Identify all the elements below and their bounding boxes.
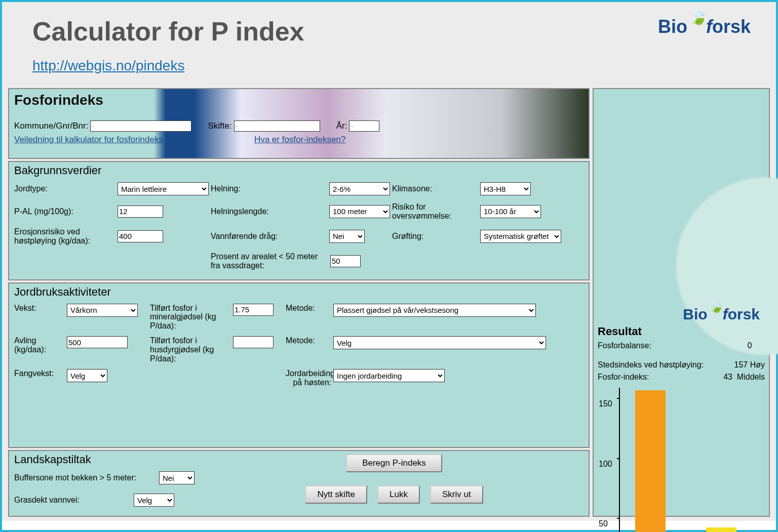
grofting-label: Grøfting: [392,232,478,241]
chart-canvas: 050100150 [619,388,765,532]
chart-bar [635,390,666,532]
stedsindeks-label: Stedsindeks ved høstpløying: [598,360,704,370]
bakgrunn-title: Bakgrunnsverdier [14,164,584,177]
vannforende-label: Vannførende dråg: [211,232,327,241]
fosforbalanse-label: Fosforbalanse: [598,341,651,350]
guide-link[interactable]: Veiledning til kalkulator for fosforinde… [14,135,163,145]
page-title: Calculator for P index [32,16,304,47]
header-left: Calculator for P index http://webgis.no/… [32,16,304,74]
leaf-icon: 🍃 [709,299,724,313]
logo-suffix: orsk [712,16,751,37]
risiko-select[interactable]: 10-100 år [480,205,541,218]
avling-label: Avling (kg/daa): [14,336,65,354]
buffer-label: Buffersone mot bekken > 5 meter: [14,473,156,482]
prosent-input[interactable] [330,255,361,267]
page-header: Calculator for P index http://webgis.no/… [2,2,776,84]
bakgrunn-panel: Bakgrunnsverdier Jordtype: Marin lettlei… [8,161,590,280]
vekst-select[interactable]: Vårkorn [67,304,138,317]
result-title: Resultat [598,325,765,338]
erosjon-input[interactable] [118,230,163,242]
vekst-label: Vekst: [14,304,65,313]
skifte-label: Skifte: [208,121,231,131]
husdyr-label: Tilført fosfor i husdyrgjødsel (kg P/daa… [150,336,231,363]
kommune-input[interactable] [90,120,191,132]
grasdekt-select[interactable]: Velg [134,494,174,507]
landskap-title: Landskapstiltak [14,453,194,466]
erosjon-label: Erosjonsrisiko ved høstpløying (kg/daa): [14,227,115,245]
skriv-ut-button[interactable]: Skriv ut [430,485,483,504]
jordbruk-title: Jordbruksaktiviteter [14,285,584,299]
lukk-button[interactable]: Lukk [377,485,420,504]
mineral-input[interactable] [233,304,274,316]
result-chart: 050100150 Steds- indeks Fosfor- indeks [598,388,765,532]
jordtype-select[interactable]: Marin lettleire [118,182,209,195]
helningslengde-select[interactable]: 100 meter [329,205,390,218]
app-title: Fosforindeks [14,92,584,108]
chart-tick: 50 [599,519,608,528]
fosforindeks-label: Fosfor-indeks: [598,373,649,382]
beregn-button[interactable]: Beregn P-indeks [346,454,442,472]
fangvekst-label: Fangvekst: [14,369,65,378]
stedsindeks-value: 157 [734,360,748,369]
jordtype-label: Jordtype: [14,184,115,193]
helning-label: Helning: [211,184,327,193]
left-column: Fosforindeks Kommune/Gnr/Bnr: Skifte: År… [8,88,590,517]
chart-bar [706,527,736,532]
jordarbeid-label: Jordarbeiding på høsten: [286,369,331,387]
landskap-panel: Landskapstiltak Buffersone mot bekken > … [8,450,590,517]
klimasone-label: Klimasone: [392,184,478,193]
mineral-label: Tilført fosfor i mineralgjødsel (kg P/da… [150,304,231,331]
fosforbalanse-value: 0 [734,341,765,350]
chart-tick: 100 [599,460,612,469]
bioforsk-logo-small: Bio🍃forsk [598,302,765,323]
pal-label: P-AL (mg/100g): [14,207,115,216]
metode2-label: Metode: [286,336,331,345]
info-link[interactable]: Hva er fosfor-indeksen? [254,135,345,145]
main-area: Fosforindeks Kommune/Gnr/Bnr: Skifte: År… [2,84,776,521]
jordbruk-panel: Jordbruksaktiviteter Vekst: Vårkorn Tilf… [8,282,590,448]
banner-panel: Fosforindeks Kommune/Gnr/Bnr: Skifte: År… [8,88,590,159]
helning-select[interactable]: 2-6% [329,182,390,195]
nytt-skifte-button[interactable]: Nytt skifte [305,485,367,504]
chart-tick: 150 [599,399,612,408]
avling-input[interactable] [67,336,128,348]
klimasone-select[interactable]: H3-H8 [480,182,531,195]
fangvekst-select[interactable]: Velg [67,369,107,382]
app-frame: Calculator for P index http://webgis.no/… [0,0,778,532]
kommune-label: Kommune/Gnr/Bnr: [14,121,88,131]
leaf-icon: 🍃 [689,8,708,25]
prosent-label: Prosent av arealet < 50 meter fra vassdr… [211,252,327,270]
helningslengde-label: Helningslengde: [211,207,327,216]
aar-label: År: [336,121,347,131]
metode2-select[interactable]: Velg [333,336,546,349]
stedsindeks-cat: Høy [750,360,765,369]
risiko-label: Risiko for oversvømmelse: [392,202,478,220]
grasdekt-label: Grasdekt vannvei: [14,496,131,505]
grofting-select[interactable]: Systematisk grøftet [480,230,561,243]
metode1-label: Metode: [286,304,331,313]
result-panel: Bio🍃forsk Resultat Fosforbalanse: 0 Sted… [593,88,770,517]
pal-input[interactable] [118,206,163,218]
source-url-link[interactable]: http://webgis.no/pindeks [32,58,184,73]
husdyr-input[interactable] [233,336,274,348]
metode1-select[interactable]: Plassert gjødsel på vår/vekstsesong [333,304,536,317]
buffer-select[interactable]: Nei [159,471,194,484]
skifte-input[interactable] [234,120,320,132]
fosforindeks-value: 43 [723,373,732,381]
aar-input[interactable] [349,120,379,132]
jordarbeid-select[interactable]: Ingen jordarbeiding [333,369,445,382]
bioforsk-logo: Bio🍃forsk [658,16,751,37]
decorative-swoosh [658,160,778,373]
vannforende-select[interactable]: Nei [329,230,365,243]
logo-prefix: Bio [658,16,687,37]
fosforindeks-cat: Middels [737,373,765,381]
